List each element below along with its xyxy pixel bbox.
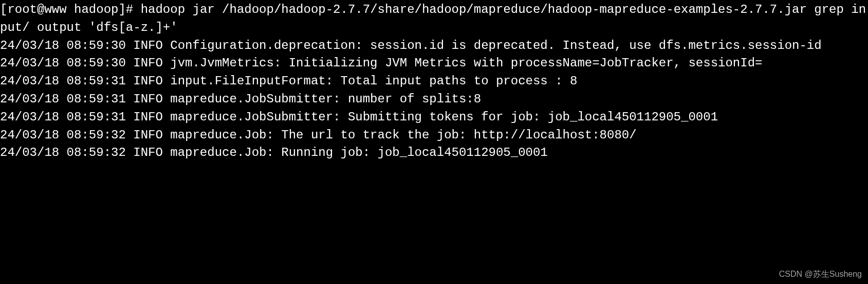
log-line: 24/03/18 08:59:32 INFO mapreduce.Job: Ru… xyxy=(0,146,548,159)
log-line: 24/03/18 08:59:31 INFO input.FileInputFo… xyxy=(0,74,577,88)
log-line: 24/03/18 08:59:32 INFO mapreduce.Job: Th… xyxy=(0,128,637,142)
terminal-output: [root@www hadoop]# hadoop jar /hadoop/ha… xyxy=(0,0,868,162)
log-line: 24/03/18 08:59:30 INFO Configuration.dep… xyxy=(0,39,822,52)
log-line: 24/03/18 08:59:30 INFO jvm.JvmMetrics: I… xyxy=(0,56,762,70)
shell-prompt: [root@www hadoop]# xyxy=(0,3,141,16)
watermark-text: CSDN @苏生Susheng xyxy=(779,268,862,280)
log-line: 24/03/18 08:59:31 INFO mapreduce.JobSubm… xyxy=(0,92,481,106)
log-line: 24/03/18 08:59:31 INFO mapreduce.JobSubm… xyxy=(0,110,718,124)
